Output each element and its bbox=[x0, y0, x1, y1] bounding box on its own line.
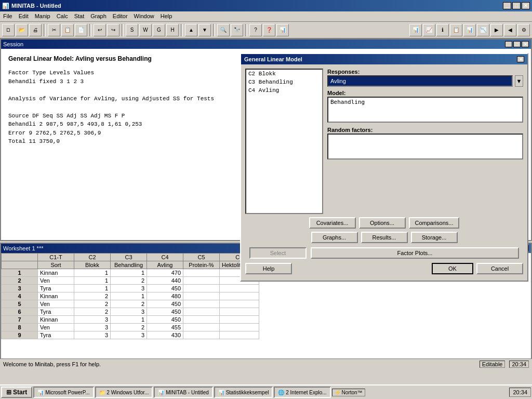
covariates-button[interactable]: Covariates... bbox=[309, 217, 356, 229]
new-btn[interactable]: 🗋 bbox=[2, 24, 15, 36]
r3[interactable]: ℹ bbox=[436, 24, 449, 36]
cell-behandling[interactable]: 2 bbox=[111, 324, 147, 331]
session-btn[interactable]: S bbox=[126, 24, 138, 36]
history-btn[interactable]: H bbox=[166, 24, 179, 36]
cell-blokk[interactable]: 1 bbox=[74, 277, 111, 285]
cell-hekto[interactable] bbox=[220, 331, 259, 339]
help-button[interactable]: Help bbox=[245, 263, 292, 274]
cell-sort[interactable]: Ven bbox=[38, 277, 74, 285]
cell-sort[interactable]: Ven bbox=[38, 300, 74, 308]
binoculars-btn[interactable]: 🔭 bbox=[231, 24, 243, 36]
cell-behandling[interactable]: 2 bbox=[111, 300, 147, 308]
cut-btn[interactable]: ✂ bbox=[48, 24, 60, 36]
cell-protein[interactable] bbox=[183, 269, 220, 277]
variable-list[interactable]: C2 BlokkC3 BehandlingC4 Avling bbox=[245, 69, 323, 214]
copy-btn[interactable]: 📋 bbox=[61, 24, 74, 36]
cell-sort[interactable]: Tyra bbox=[38, 285, 74, 292]
model-input[interactable]: Behandling bbox=[327, 97, 523, 123]
cell-sort[interactable]: Kinnan bbox=[38, 316, 74, 324]
cell-protein[interactable] bbox=[183, 331, 220, 339]
r6[interactable]: 📉 bbox=[477, 24, 489, 36]
session-maximize[interactable]: □ bbox=[513, 41, 521, 47]
select-button[interactable]: Select bbox=[249, 247, 307, 259]
find-btn[interactable]: 🔍 bbox=[217, 24, 230, 36]
r8[interactable]: ◀ bbox=[504, 24, 516, 36]
r5[interactable]: 📊 bbox=[463, 24, 476, 36]
cell-sort[interactable]: Kinnan bbox=[38, 292, 74, 300]
cell-hekto[interactable] bbox=[220, 324, 259, 331]
info-btn[interactable]: ? bbox=[249, 24, 262, 36]
session-minimize[interactable]: _ bbox=[505, 41, 512, 47]
cell-hekto[interactable] bbox=[220, 308, 259, 316]
cell-hekto[interactable] bbox=[220, 300, 259, 308]
ok-button[interactable]: OK bbox=[432, 263, 473, 274]
ws-btn[interactable]: W bbox=[139, 24, 152, 36]
paste-btn[interactable]: 📄 bbox=[75, 24, 87, 36]
var-list-item[interactable]: C2 Blokk bbox=[246, 70, 322, 78]
r7[interactable]: ▶ bbox=[490, 24, 503, 36]
print-btn[interactable]: 🖨 bbox=[29, 24, 42, 36]
cell-sort[interactable]: Tyra bbox=[38, 331, 74, 339]
cell-avling[interactable]: 450 bbox=[147, 308, 183, 316]
r2[interactable]: 📈 bbox=[423, 24, 435, 36]
results-button[interactable]: Results... bbox=[361, 232, 408, 243]
cell-avling[interactable]: 450 bbox=[147, 316, 183, 324]
cell-sort[interactable]: Tyra bbox=[38, 308, 74, 316]
menu-help[interactable]: Help bbox=[157, 12, 176, 20]
cell-blokk[interactable]: 2 bbox=[74, 292, 111, 300]
cell-avling[interactable]: 450 bbox=[147, 285, 183, 292]
graphs-button[interactable]: Graphs... bbox=[311, 232, 358, 243]
cell-avling[interactable]: 450 bbox=[147, 300, 183, 308]
responses-input[interactable] bbox=[327, 75, 513, 87]
menu-window[interactable]: Window bbox=[131, 12, 157, 20]
cell-behandling[interactable]: 2 bbox=[111, 277, 147, 285]
cell-protein[interactable] bbox=[183, 316, 220, 324]
help2-btn[interactable]: ❓ bbox=[263, 24, 275, 36]
menu-editor[interactable]: Editor bbox=[110, 12, 131, 20]
open-btn[interactable]: 📂 bbox=[16, 24, 28, 36]
redo-btn[interactable]: ↪ bbox=[107, 24, 119, 36]
menu-manip[interactable]: Manip bbox=[32, 12, 54, 20]
cell-behandling[interactable]: 3 bbox=[111, 285, 147, 292]
cell-behandling[interactable]: 3 bbox=[111, 331, 147, 339]
cell-blokk[interactable]: 3 bbox=[74, 316, 111, 324]
r4[interactable]: 📋 bbox=[450, 24, 462, 36]
up-btn[interactable]: ▲ bbox=[185, 24, 197, 36]
menu-graph[interactable]: Graph bbox=[87, 12, 110, 20]
maximize-button[interactable]: □ bbox=[512, 2, 521, 9]
cell-avling[interactable]: 480 bbox=[147, 292, 183, 300]
cell-behandling[interactable]: 1 bbox=[111, 316, 147, 324]
cancel-button[interactable]: Cancel bbox=[476, 263, 523, 274]
cell-avling[interactable]: 455 bbox=[147, 324, 183, 331]
graph-btn[interactable]: G bbox=[153, 24, 165, 36]
taskbar-item-4[interactable]: 🌐 2 Internet Explo... bbox=[274, 387, 330, 398]
r1[interactable]: 📊 bbox=[409, 24, 422, 36]
cell-protein[interactable] bbox=[183, 308, 220, 316]
extra-btn[interactable]: 📊 bbox=[276, 24, 289, 36]
close-button[interactable]: ✕ bbox=[522, 2, 530, 9]
cell-behandling[interactable]: 1 bbox=[111, 292, 147, 300]
responses-scroll[interactable]: ▼ bbox=[515, 75, 523, 87]
comparisons-button[interactable]: Comparisons... bbox=[409, 217, 460, 229]
random-factors-input[interactable] bbox=[327, 134, 523, 159]
cell-avling[interactable]: 470 bbox=[147, 269, 183, 277]
down-btn[interactable]: ▼ bbox=[198, 24, 211, 36]
taskbar-item-3[interactable]: 📊 Statistikkeksempel bbox=[214, 387, 273, 398]
cell-blokk[interactable]: 1 bbox=[74, 285, 111, 292]
dialog-close-button[interactable]: ✕ bbox=[517, 56, 524, 62]
cell-protein[interactable] bbox=[183, 285, 220, 292]
var-list-item[interactable]: C4 Avling bbox=[246, 86, 322, 95]
cell-avling[interactable]: 440 bbox=[147, 277, 183, 285]
cell-blokk[interactable]: 3 bbox=[74, 324, 111, 331]
session-close[interactable]: ✕ bbox=[522, 41, 529, 47]
menu-stat[interactable]: Stat bbox=[71, 12, 88, 20]
cell-hekto[interactable] bbox=[220, 292, 259, 300]
options-button[interactable]: Options... bbox=[359, 217, 406, 229]
menu-file[interactable]: File bbox=[0, 12, 16, 20]
factor-plots-button[interactable]: Factor Plots... bbox=[311, 247, 519, 259]
storage-button[interactable]: Storage... bbox=[411, 232, 458, 243]
taskbar-item-2[interactable]: 📊 MINITAB - Untitled bbox=[154, 387, 212, 398]
undo-btn[interactable]: ↩ bbox=[94, 24, 106, 36]
var-list-item[interactable]: C3 Behandling bbox=[246, 78, 322, 86]
cell-sort[interactable]: Ven bbox=[38, 324, 74, 331]
